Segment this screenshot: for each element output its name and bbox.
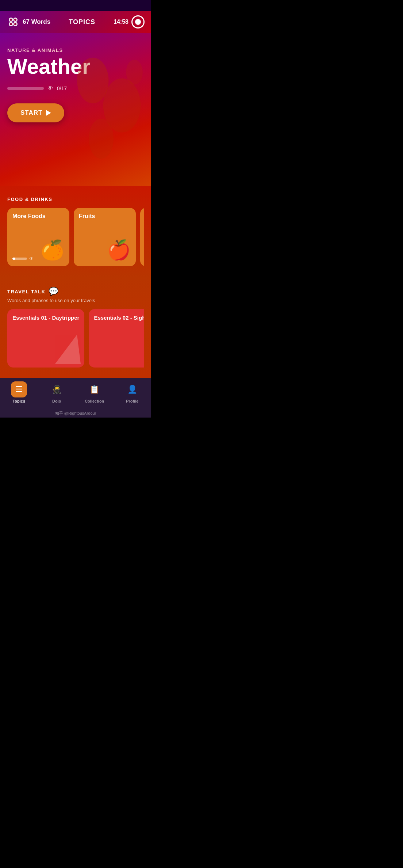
card-title: Essentials 02 - Sightseer (94, 314, 144, 321)
nav-item-topics[interactable]: ☰ Topics (6, 381, 32, 403)
start-button[interactable]: START (7, 103, 64, 122)
hero-progress-bar (7, 87, 44, 90)
travel-section-label: TRAVEL TALK (7, 289, 46, 294)
svg-point-4 (10, 19, 12, 21)
app-header: 67 Words TOPICS 14:58 (0, 11, 151, 33)
svg-point-7 (14, 23, 16, 25)
card-emoji: 🍊 (41, 239, 64, 261)
card-progress-fill (12, 258, 15, 260)
collection-icon: 📋 (89, 385, 99, 394)
bottom-nav: ☰ Topics 🥷 Dojo 📋 Collection 👤 Profile (0, 378, 151, 409)
card-title: More Foods (12, 213, 64, 220)
hero-category: NATURE & ANIMALS (7, 47, 144, 53)
start-button-label: START (20, 109, 42, 117)
hero-section: NATURE & ANIMALS Weather 👁 0/17 START (0, 33, 151, 186)
svg-point-5 (14, 19, 16, 21)
header-title: TOPICS (69, 18, 95, 26)
nav-item-profile[interactable]: 👤 Profile (119, 381, 145, 403)
nav-label-profile: Profile (126, 399, 138, 403)
nav-label-dojo: Dojo (52, 399, 61, 403)
food-drinks-section: FOOD & DRINKS More Foods 👁 🍊 Fruits 🍎 Dr… (0, 186, 151, 277)
nav-label-topics: Topics (12, 399, 25, 403)
header-time: 14:58 (114, 19, 128, 25)
profile-icon: 👤 (127, 385, 137, 394)
card-drinks[interactable]: Drinks 🥤 (140, 208, 144, 266)
hero-eye-icon: 👁 (47, 85, 53, 92)
words-count-label: 67 Words (23, 18, 50, 26)
hero-progress-label: 0/17 (57, 85, 67, 91)
travel-header: TRAVEL TALK 💬 (7, 287, 144, 296)
food-section-label: FOOD & DRINKS (7, 197, 144, 202)
card-progress-bar (12, 258, 27, 260)
dojo-icon: 🥷 (52, 385, 62, 394)
nav-icon-bg-topics: ☰ (11, 381, 27, 397)
card-bg-shape (48, 331, 84, 368)
hero-progress-row: 👁 0/17 (7, 85, 144, 92)
status-bar (0, 0, 151, 11)
watermark: 知乎 @RightousArdour (0, 409, 151, 418)
card-emoji: 🍎 (107, 239, 131, 261)
app-logo-icon (7, 15, 20, 28)
travel-section-subtitle: Words and phrases to use on your travels (7, 298, 144, 303)
hero-title: Weather (7, 56, 144, 77)
nav-item-dojo[interactable]: 🥷 Dojo (44, 381, 69, 403)
travel-cards-row: Essentials 01 - Daytripper Essentials 02… (7, 309, 144, 369)
record-inner-dot (135, 19, 141, 25)
header-left: 67 Words (7, 15, 50, 28)
topics-icon: ☰ (15, 385, 23, 394)
nav-icon-bg-profile: 👤 (124, 381, 140, 397)
svg-point-6 (10, 23, 12, 25)
card-eye-icon: 👁 (29, 256, 34, 261)
card-more-foods[interactable]: More Foods 👁 🍊 (7, 208, 69, 266)
svg-point-10 (89, 119, 114, 159)
record-button[interactable] (131, 15, 145, 28)
card-essentials-01[interactable]: Essentials 01 - Daytripper (7, 309, 84, 368)
svg-marker-12 (55, 335, 81, 364)
nav-icon-bg-collection: 📋 (87, 381, 103, 397)
play-icon (46, 110, 51, 116)
nav-item-collection[interactable]: 📋 Collection (82, 381, 107, 403)
card-progress-row: 👁 (12, 256, 34, 261)
card-fruits[interactable]: Fruits 🍎 (74, 208, 136, 266)
food-cards-row: More Foods 👁 🍊 Fruits 🍎 Drinks 🥤 (7, 208, 144, 268)
nav-icon-bg-dojo: 🥷 (49, 381, 65, 397)
speech-icon: 💬 (49, 287, 58, 296)
card-title: Fruits (79, 213, 131, 220)
header-right: 14:58 (114, 15, 145, 28)
card-title: Essentials 01 - Daytripper (12, 314, 79, 321)
nav-label-collection: Collection (85, 399, 104, 403)
travel-talk-section: TRAVEL TALK 💬 Words and phrases to use o… (0, 277, 151, 378)
card-essentials-02[interactable]: Essentials 02 - Sightseer (89, 309, 144, 368)
